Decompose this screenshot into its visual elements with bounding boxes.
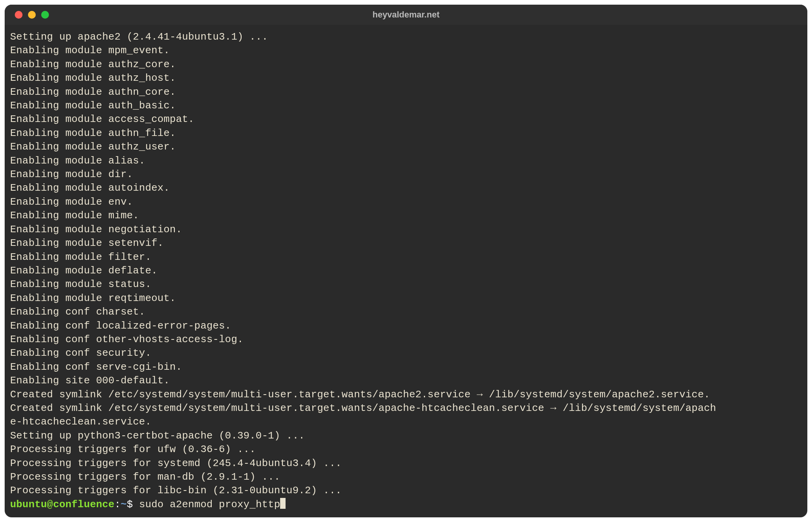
prompt-user: ubuntu [10,499,47,510]
window-controls [5,11,49,19]
close-icon[interactable] [15,11,23,19]
terminal-output: Setting up apache2 (2.4.41-4ubuntu3.1) .… [10,31,716,496]
terminal-body[interactable]: Setting up apache2 (2.4.41-4ubuntu3.1) .… [5,25,807,517]
terminal-window: heyvaldemar.net Setting up apache2 (2.4.… [5,5,807,517]
prompt-at: @ [47,499,53,510]
window-title: heyvaldemar.net [5,10,807,20]
cursor-icon [280,498,286,509]
prompt-sigil: $ [127,499,133,510]
prompt-colon: : [115,499,121,510]
minimize-icon[interactable] [28,11,36,19]
prompt-path: ~ [120,499,127,510]
zoom-icon[interactable] [41,11,49,19]
command-input[interactable]: sudo a2enmod proxy_http [133,499,280,510]
prompt-host: confluence [53,499,115,510]
titlebar: heyvaldemar.net [5,5,807,25]
